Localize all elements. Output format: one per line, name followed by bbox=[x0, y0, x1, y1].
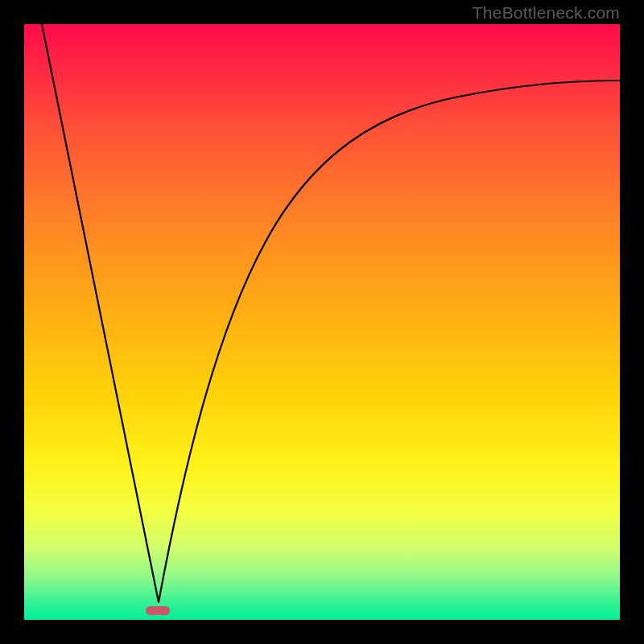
bottleneck-curve bbox=[24, 24, 620, 620]
chart-frame: TheBottleneck.com bbox=[0, 0, 644, 644]
attribution-text: TheBottleneck.com bbox=[473, 3, 620, 23]
plot-area bbox=[24, 24, 620, 620]
curve-left-segment bbox=[42, 24, 159, 602]
curve-right-segment bbox=[159, 80, 620, 602]
valley-marker bbox=[146, 606, 170, 615]
